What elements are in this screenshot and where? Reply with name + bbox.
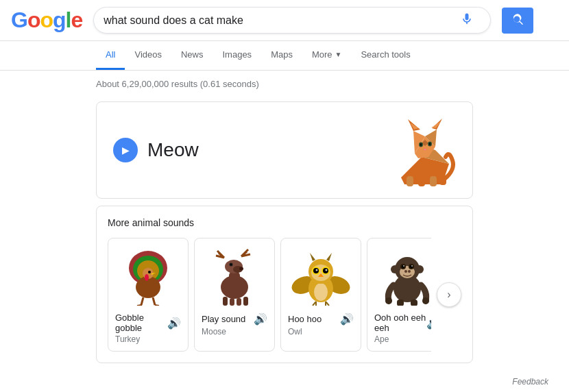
search-button[interactable]	[502, 8, 533, 34]
svg-point-64	[422, 297, 429, 304]
logo-g2: g	[53, 8, 66, 32]
search-input[interactable]	[104, 14, 460, 27]
tab-more[interactable]: More ▼	[302, 41, 352, 70]
moose-sound-icon[interactable]: 🔊	[254, 313, 267, 326]
svg-rect-15	[407, 176, 413, 186]
moose-sound-row: Play sound 🔊	[202, 313, 267, 326]
svg-rect-16	[418, 177, 425, 186]
more-label: More	[312, 49, 332, 60]
ape-name: Ape	[374, 334, 431, 344]
ape-image	[374, 245, 431, 307]
tab-news[interactable]: News	[171, 41, 213, 70]
cat-image	[387, 116, 456, 184]
svg-rect-33	[229, 271, 240, 286]
search-bar[interactable]	[93, 7, 491, 34]
svg-rect-42	[243, 297, 248, 306]
meow-section: Meow	[113, 138, 199, 162]
owl-image	[288, 245, 354, 307]
svg-marker-49	[326, 253, 332, 261]
turkey-name: Turkey	[115, 334, 181, 344]
svg-point-25	[148, 271, 151, 273]
ape-sound-text: Ooh ooh eeh eeh	[374, 313, 426, 333]
svg-point-36	[239, 267, 243, 270]
owl-sound-text: Hoo hoo	[288, 314, 322, 324]
animal-cards: Gobble gobble 🔊 Turkey	[108, 238, 431, 352]
nav-tabs: All Videos News Images Maps More ▼ Searc…	[0, 41, 569, 71]
svg-point-56	[326, 269, 328, 271]
cat-sound-text: Meow	[147, 139, 199, 161]
logo-g: G	[11, 8, 27, 32]
svg-line-27	[141, 297, 143, 305]
tab-all[interactable]: All	[96, 41, 125, 70]
svg-rect-77	[397, 299, 404, 306]
svg-line-28	[153, 297, 155, 305]
animal-sounds-section: More animal sounds	[96, 206, 473, 363]
mic-icon[interactable]	[460, 12, 474, 29]
svg-point-46	[314, 283, 328, 301]
turkey-sound-row: Gobble gobble 🔊	[115, 313, 181, 333]
svg-point-72	[411, 265, 413, 267]
svg-point-13	[429, 143, 431, 145]
google-logo: Google	[11, 8, 82, 33]
moose-name: Moose	[202, 327, 267, 336]
svg-point-63	[385, 297, 392, 304]
animal-card-ape[interactable]: Ooh ooh eeh eeh 🔊 Ape	[367, 238, 431, 352]
results-info: About 6,29,00,000 results (0.61 seconds)	[0, 73, 569, 95]
owl-sound-row: Hoo hoo 🔊	[288, 313, 354, 326]
svg-rect-78	[411, 299, 417, 306]
svg-rect-17	[430, 176, 437, 186]
featured-box: Meow	[96, 101, 473, 199]
animal-sounds-title: More animal sounds	[108, 217, 461, 228]
ape-sound-row: Ooh ooh eeh eeh 🔊	[374, 313, 431, 333]
svg-marker-8	[431, 121, 441, 128]
svg-point-75	[391, 265, 399, 273]
animal-card-turkey[interactable]: Gobble gobble 🔊 Turkey	[108, 238, 189, 352]
moose-sound-text: Play sound	[202, 314, 245, 324]
svg-rect-41	[237, 298, 241, 306]
svg-point-38	[230, 264, 232, 265]
tab-search-tools[interactable]: Search tools	[351, 41, 420, 70]
svg-point-24	[145, 274, 149, 281]
svg-point-73	[404, 270, 407, 273]
moose-image	[202, 245, 267, 307]
header: Google	[0, 0, 569, 41]
logo-o2: o	[40, 8, 53, 32]
svg-point-71	[403, 265, 404, 267]
chevron-down-icon: ▼	[335, 51, 342, 58]
svg-line-31	[155, 305, 159, 306]
tab-images[interactable]: Images	[213, 41, 261, 70]
owl-sound-icon[interactable]: 🔊	[340, 313, 354, 326]
next-arrow-button[interactable]: ›	[437, 282, 461, 307]
svg-rect-18	[439, 175, 446, 185]
tab-videos[interactable]: Videos	[125, 41, 171, 70]
svg-point-12	[420, 143, 422, 146]
feedback-link[interactable]: Feedback	[512, 377, 548, 387]
animal-card-owl[interactable]: Hoo hoo 🔊 Owl	[280, 238, 361, 352]
turkey-image	[115, 245, 181, 307]
owl-name: Owl	[288, 327, 354, 336]
ape-sound-icon[interactable]: 🔊	[426, 317, 431, 330]
svg-point-55	[316, 269, 318, 271]
feedback-area: Feedback	[0, 377, 569, 392]
animal-card-moose[interactable]: Play sound 🔊 Moose	[194, 238, 275, 352]
svg-rect-40	[230, 298, 234, 306]
turkey-sound-icon[interactable]: 🔊	[167, 317, 181, 330]
svg-point-74	[408, 270, 411, 273]
svg-point-76	[415, 265, 424, 273]
svg-marker-48	[310, 253, 315, 261]
logo-e: e	[71, 8, 82, 32]
svg-rect-39	[223, 297, 228, 306]
logo-o1: o	[27, 8, 40, 32]
tab-maps[interactable]: Maps	[261, 41, 302, 70]
turkey-sound-text: Gobble gobble	[115, 313, 167, 333]
play-sound-button[interactable]	[113, 138, 138, 162]
chevron-right-icon: ›	[447, 289, 450, 301]
animal-cards-wrapper: Gobble gobble 🔊 Turkey	[108, 238, 461, 352]
